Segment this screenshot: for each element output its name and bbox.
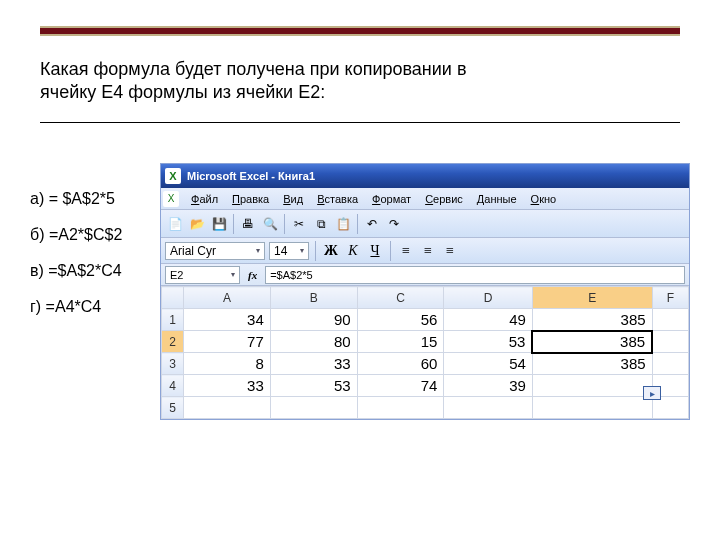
chevron-down-icon: ▾ [256, 246, 260, 255]
cell-C3[interactable]: 60 [357, 353, 444, 375]
cell-B4[interactable]: 53 [270, 375, 357, 397]
question-line-2: ячейку E4 формулы из ячейки E2: [40, 82, 325, 102]
answer-d[interactable]: г) =A4*C4 [30, 298, 122, 316]
menu-insert[interactable]: Вставка [311, 193, 364, 205]
toolbar-separator [390, 241, 391, 261]
align-left-icon[interactable]: ≡ [397, 242, 415, 260]
menu-format[interactable]: Формат [366, 193, 417, 205]
menu-tools[interactable]: Сервис [419, 193, 469, 205]
answer-list: а) = $A$2*5 б) =A2*$C$2 в) =$A$2*C4 г) =… [30, 190, 122, 334]
cell-E5[interactable] [532, 397, 652, 419]
cell-A3[interactable]: 8 [184, 353, 271, 375]
cell-E3[interactable]: 385 [532, 353, 652, 375]
paste-icon[interactable]: 📋 [333, 214, 353, 234]
cell-C1[interactable]: 56 [357, 309, 444, 331]
open-icon[interactable]: 📂 [187, 214, 207, 234]
answer-c[interactable]: в) =$A$2*C4 [30, 262, 122, 280]
new-icon[interactable]: 📄 [165, 214, 185, 234]
align-center-icon[interactable]: ≡ [419, 242, 437, 260]
autofill-options-icon[interactable]: ▸ [643, 386, 661, 400]
menu-edit[interactable]: Правка [226, 193, 275, 205]
active-cell-ref: E2 [170, 269, 183, 281]
formatting-toolbar: Arial Cyr ▾ 14 ▾ Ж К Ч ≡ ≡ ≡ [161, 238, 689, 264]
cell-B5[interactable] [270, 397, 357, 419]
menu-view[interactable]: Вид [277, 193, 309, 205]
cell-E2[interactable]: 385 [532, 331, 652, 353]
decorative-bar [40, 26, 680, 36]
bold-button[interactable]: Ж [322, 242, 340, 260]
save-icon[interactable]: 💾 [209, 214, 229, 234]
italic-button[interactable]: К [344, 242, 362, 260]
col-header-C[interactable]: C [357, 287, 444, 309]
fx-icon[interactable]: fx [248, 269, 257, 281]
formula-bar: E2 ▾ fx =$A$2*5 [161, 264, 689, 286]
cell-E1[interactable]: 385 [532, 309, 652, 331]
cell-D3[interactable]: 54 [444, 353, 533, 375]
align-right-icon[interactable]: ≡ [441, 242, 459, 260]
preview-icon[interactable]: 🔍 [260, 214, 280, 234]
redo-icon[interactable]: ↷ [384, 214, 404, 234]
cell-B3[interactable]: 33 [270, 353, 357, 375]
cell-C4[interactable]: 74 [357, 375, 444, 397]
col-header-E[interactable]: E [532, 287, 652, 309]
standard-toolbar: 📄 📂 💾 🖶 🔍 ✂ ⧉ 📋 ↶ ↷ [161, 210, 689, 238]
cell-D4[interactable]: 39 [444, 375, 533, 397]
question-line-1: Какая формула будет получена при копиров… [40, 59, 466, 79]
answer-b[interactable]: б) =A2*$C$2 [30, 226, 122, 244]
excel-window: X Microsoft Excel - Книга1 X Файл Правка… [160, 163, 690, 420]
cell-C2[interactable]: 15 [357, 331, 444, 353]
row-header-2[interactable]: 2 [162, 331, 184, 353]
undo-icon[interactable]: ↶ [362, 214, 382, 234]
name-box[interactable]: E2 ▾ [165, 266, 240, 284]
cell-D1[interactable]: 49 [444, 309, 533, 331]
toolbar-separator [284, 214, 285, 234]
row-header-4[interactable]: 4 [162, 375, 184, 397]
excel-doc-icon: X [163, 191, 179, 207]
col-header-D[interactable]: D [444, 287, 533, 309]
menu-data[interactable]: Данные [471, 193, 523, 205]
font-name: Arial Cyr [170, 244, 216, 258]
cell-B1[interactable]: 90 [270, 309, 357, 331]
col-header-A[interactable]: A [184, 287, 271, 309]
row-header-1[interactable]: 1 [162, 309, 184, 331]
chevron-down-icon: ▾ [231, 270, 235, 279]
excel-app-icon: X [165, 168, 181, 184]
cell-D5[interactable] [444, 397, 533, 419]
font-size-selector[interactable]: 14 ▾ [269, 242, 309, 260]
menu-file[interactable]: Файл [185, 193, 224, 205]
copy-icon[interactable]: ⧉ [311, 214, 331, 234]
answer-a[interactable]: а) = $A$2*5 [30, 190, 122, 208]
toolbar-separator [357, 214, 358, 234]
menu-window[interactable]: Окно [525, 193, 563, 205]
print-icon[interactable]: 🖶 [238, 214, 258, 234]
cell-A4[interactable]: 33 [184, 375, 271, 397]
toolbar-separator [315, 241, 316, 261]
cell-F1[interactable] [652, 309, 688, 331]
col-header-F[interactable]: F [652, 287, 688, 309]
spreadsheet-grid: A B C D E F 1 34 90 56 49 385 2 77 80 15 [161, 286, 689, 419]
formula-input[interactable]: =$A$2*5 [265, 266, 685, 284]
cell-C5[interactable] [357, 397, 444, 419]
cell-A1[interactable]: 34 [184, 309, 271, 331]
cell-B2[interactable]: 80 [270, 331, 357, 353]
autofill-glyph: ▸ [650, 388, 655, 399]
row-header-5[interactable]: 5 [162, 397, 184, 419]
table-row: 2 77 80 15 53 385 [162, 331, 689, 353]
cell-E4[interactable] [532, 375, 652, 397]
col-header-B[interactable]: B [270, 287, 357, 309]
underline-button[interactable]: Ч [366, 242, 384, 260]
divider [40, 122, 680, 123]
chevron-down-icon: ▾ [300, 246, 304, 255]
row-header-3[interactable]: 3 [162, 353, 184, 375]
cell-F2[interactable] [652, 331, 688, 353]
font-selector[interactable]: Arial Cyr ▾ [165, 242, 265, 260]
cell-D2[interactable]: 53 [444, 331, 533, 353]
cut-icon[interactable]: ✂ [289, 214, 309, 234]
cell-A2[interactable]: 77 [184, 331, 271, 353]
cell-F3[interactable] [652, 353, 688, 375]
table-row: 1 34 90 56 49 385 [162, 309, 689, 331]
question-text: Какая формула будет получена при копиров… [40, 58, 680, 105]
cell-A5[interactable] [184, 397, 271, 419]
select-all-corner[interactable] [162, 287, 184, 309]
font-size: 14 [274, 244, 287, 258]
